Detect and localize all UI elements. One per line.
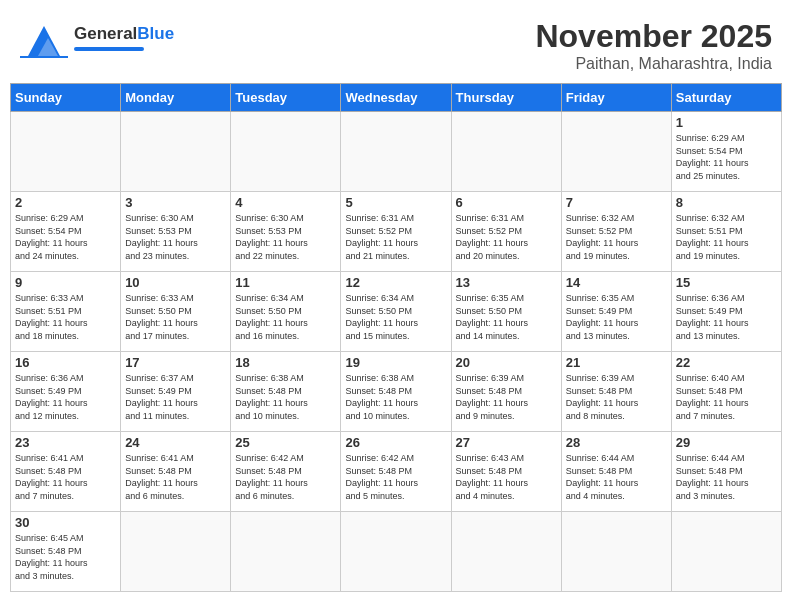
day-info: Sunrise: 6:30 AM Sunset: 5:53 PM Dayligh… (125, 212, 226, 262)
day-info: Sunrise: 6:35 AM Sunset: 5:49 PM Dayligh… (566, 292, 667, 342)
calendar-cell: 19Sunrise: 6:38 AM Sunset: 5:48 PM Dayli… (341, 352, 451, 432)
day-number: 19 (345, 355, 446, 370)
calendar-cell (341, 512, 451, 592)
day-number: 10 (125, 275, 226, 290)
day-number: 11 (235, 275, 336, 290)
calendar-cell (451, 112, 561, 192)
calendar-cell (231, 112, 341, 192)
day-info: Sunrise: 6:35 AM Sunset: 5:50 PM Dayligh… (456, 292, 557, 342)
day-info: Sunrise: 6:32 AM Sunset: 5:52 PM Dayligh… (566, 212, 667, 262)
day-info: Sunrise: 6:33 AM Sunset: 5:51 PM Dayligh… (15, 292, 116, 342)
calendar-cell (561, 112, 671, 192)
day-number: 9 (15, 275, 116, 290)
day-info: Sunrise: 6:40 AM Sunset: 5:48 PM Dayligh… (676, 372, 777, 422)
day-info: Sunrise: 6:45 AM Sunset: 5:48 PM Dayligh… (15, 532, 116, 582)
day-info: Sunrise: 6:42 AM Sunset: 5:48 PM Dayligh… (235, 452, 336, 502)
day-info: Sunrise: 6:37 AM Sunset: 5:49 PM Dayligh… (125, 372, 226, 422)
day-number: 23 (15, 435, 116, 450)
day-info: Sunrise: 6:34 AM Sunset: 5:50 PM Dayligh… (235, 292, 336, 342)
day-number: 25 (235, 435, 336, 450)
column-header-saturday: Saturday (671, 84, 781, 112)
calendar-cell: 16Sunrise: 6:36 AM Sunset: 5:49 PM Dayli… (11, 352, 121, 432)
day-info: Sunrise: 6:29 AM Sunset: 5:54 PM Dayligh… (676, 132, 777, 182)
day-info: Sunrise: 6:44 AM Sunset: 5:48 PM Dayligh… (676, 452, 777, 502)
title-block: November 2025 Paithan, Maharashtra, Indi… (535, 18, 772, 73)
day-info: Sunrise: 6:42 AM Sunset: 5:48 PM Dayligh… (345, 452, 446, 502)
column-header-thursday: Thursday (451, 84, 561, 112)
calendar-cell: 21Sunrise: 6:39 AM Sunset: 5:48 PM Dayli… (561, 352, 671, 432)
calendar-cell: 24Sunrise: 6:41 AM Sunset: 5:48 PM Dayli… (121, 432, 231, 512)
day-info: Sunrise: 6:39 AM Sunset: 5:48 PM Dayligh… (456, 372, 557, 422)
day-number: 3 (125, 195, 226, 210)
day-number: 6 (456, 195, 557, 210)
day-info: Sunrise: 6:33 AM Sunset: 5:50 PM Dayligh… (125, 292, 226, 342)
calendar-cell: 28Sunrise: 6:44 AM Sunset: 5:48 PM Dayli… (561, 432, 671, 512)
calendar-cell: 26Sunrise: 6:42 AM Sunset: 5:48 PM Dayli… (341, 432, 451, 512)
day-number: 14 (566, 275, 667, 290)
day-number: 5 (345, 195, 446, 210)
logo-text-block: GeneralBlue (74, 25, 174, 51)
calendar-cell (121, 112, 231, 192)
calendar-week-3: 9Sunrise: 6:33 AM Sunset: 5:51 PM Daylig… (11, 272, 782, 352)
day-number: 29 (676, 435, 777, 450)
calendar-cell (451, 512, 561, 592)
day-number: 18 (235, 355, 336, 370)
day-number: 30 (15, 515, 116, 530)
calendar-cell: 7Sunrise: 6:32 AM Sunset: 5:52 PM Daylig… (561, 192, 671, 272)
day-info: Sunrise: 6:36 AM Sunset: 5:49 PM Dayligh… (15, 372, 116, 422)
calendar-cell: 12Sunrise: 6:34 AM Sunset: 5:50 PM Dayli… (341, 272, 451, 352)
day-number: 4 (235, 195, 336, 210)
day-number: 1 (676, 115, 777, 130)
column-header-tuesday: Tuesday (231, 84, 341, 112)
calendar-cell: 10Sunrise: 6:33 AM Sunset: 5:50 PM Dayli… (121, 272, 231, 352)
day-number: 27 (456, 435, 557, 450)
day-info: Sunrise: 6:41 AM Sunset: 5:48 PM Dayligh… (125, 452, 226, 502)
calendar-cell: 3Sunrise: 6:30 AM Sunset: 5:53 PM Daylig… (121, 192, 231, 272)
day-number: 24 (125, 435, 226, 450)
svg-rect-2 (20, 56, 68, 58)
day-number: 20 (456, 355, 557, 370)
calendar-cell: 30Sunrise: 6:45 AM Sunset: 5:48 PM Dayli… (11, 512, 121, 592)
calendar-week-6: 30Sunrise: 6:45 AM Sunset: 5:48 PM Dayli… (11, 512, 782, 592)
day-info: Sunrise: 6:41 AM Sunset: 5:48 PM Dayligh… (15, 452, 116, 502)
calendar-cell: 11Sunrise: 6:34 AM Sunset: 5:50 PM Dayli… (231, 272, 341, 352)
calendar-cell (121, 512, 231, 592)
calendar-cell (11, 112, 121, 192)
calendar-cell (341, 112, 451, 192)
day-info: Sunrise: 6:39 AM Sunset: 5:48 PM Dayligh… (566, 372, 667, 422)
calendar-header-row: SundayMondayTuesdayWednesdayThursdayFrid… (11, 84, 782, 112)
day-number: 15 (676, 275, 777, 290)
calendar-cell: 27Sunrise: 6:43 AM Sunset: 5:48 PM Dayli… (451, 432, 561, 512)
calendar-cell: 29Sunrise: 6:44 AM Sunset: 5:48 PM Dayli… (671, 432, 781, 512)
calendar-cell: 18Sunrise: 6:38 AM Sunset: 5:48 PM Dayli… (231, 352, 341, 432)
calendar-cell: 2Sunrise: 6:29 AM Sunset: 5:54 PM Daylig… (11, 192, 121, 272)
calendar-week-2: 2Sunrise: 6:29 AM Sunset: 5:54 PM Daylig… (11, 192, 782, 272)
calendar-cell (231, 512, 341, 592)
logo-blue: Blue (137, 24, 174, 43)
day-number: 2 (15, 195, 116, 210)
calendar-cell: 17Sunrise: 6:37 AM Sunset: 5:49 PM Dayli… (121, 352, 231, 432)
day-number: 8 (676, 195, 777, 210)
column-header-sunday: Sunday (11, 84, 121, 112)
day-info: Sunrise: 6:30 AM Sunset: 5:53 PM Dayligh… (235, 212, 336, 262)
calendar-week-4: 16Sunrise: 6:36 AM Sunset: 5:49 PM Dayli… (11, 352, 782, 432)
calendar-cell: 5Sunrise: 6:31 AM Sunset: 5:52 PM Daylig… (341, 192, 451, 272)
day-info: Sunrise: 6:31 AM Sunset: 5:52 PM Dayligh… (345, 212, 446, 262)
day-info: Sunrise: 6:29 AM Sunset: 5:54 PM Dayligh… (15, 212, 116, 262)
calendar-cell: 8Sunrise: 6:32 AM Sunset: 5:51 PM Daylig… (671, 192, 781, 272)
day-number: 21 (566, 355, 667, 370)
day-number: 17 (125, 355, 226, 370)
column-header-wednesday: Wednesday (341, 84, 451, 112)
day-info: Sunrise: 6:38 AM Sunset: 5:48 PM Dayligh… (235, 372, 336, 422)
logo: GeneralBlue (20, 18, 174, 58)
page-subtitle: Paithan, Maharashtra, India (535, 55, 772, 73)
calendar-cell: 9Sunrise: 6:33 AM Sunset: 5:51 PM Daylig… (11, 272, 121, 352)
calendar-cell: 6Sunrise: 6:31 AM Sunset: 5:52 PM Daylig… (451, 192, 561, 272)
day-number: 26 (345, 435, 446, 450)
day-number: 13 (456, 275, 557, 290)
logo-icon (20, 18, 68, 58)
day-info: Sunrise: 6:36 AM Sunset: 5:49 PM Dayligh… (676, 292, 777, 342)
day-info: Sunrise: 6:38 AM Sunset: 5:48 PM Dayligh… (345, 372, 446, 422)
calendar-cell: 25Sunrise: 6:42 AM Sunset: 5:48 PM Dayli… (231, 432, 341, 512)
calendar-week-1: 1Sunrise: 6:29 AM Sunset: 5:54 PM Daylig… (11, 112, 782, 192)
